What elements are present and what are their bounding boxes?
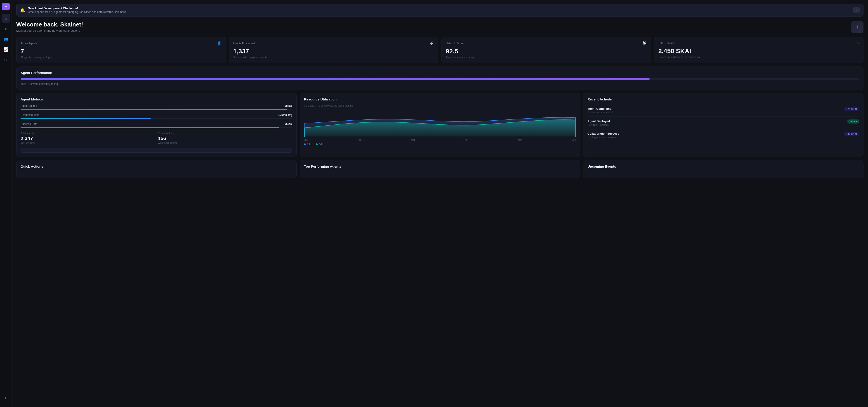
stat-label-network-score: Network Score — [446, 42, 464, 45]
metric-success-bar — [21, 127, 279, 128]
activity-badge-collab: +40 SKAI — [844, 132, 859, 136]
metric-uptime: Agent Uptime 98.5% — [21, 104, 292, 110]
total-intents-block: Total Intents 2,347 Last 30 days — [21, 132, 155, 144]
metric-uptime-label: Agent Uptime — [21, 104, 37, 108]
logo-icon: ✦ — [4, 4, 7, 9]
stat-value-earnings: 2,450 SKAI — [658, 48, 860, 55]
activity-title-collab: Collaboration Success — [587, 132, 619, 135]
chart-label-feb: Feb — [358, 139, 361, 141]
activity-title-intent: Intent Completed — [587, 107, 613, 110]
metric-success: Success Rate 95.2% — [21, 122, 292, 128]
agent-performance-title: Agent Performance — [21, 71, 859, 75]
top-agents-title: Top Performing Agents — [304, 165, 576, 168]
settings-icon: ⚙ — [4, 57, 8, 62]
sidebar: ✦ ⌂ ◈ 👥 📈 ⚙ ✦ — [0, 0, 12, 407]
metric-response-label: Response Time — [21, 113, 39, 117]
legend-label-gpu: GPU — [319, 143, 324, 146]
metric-success-label: Success Rate — [21, 122, 37, 125]
resource-area-chart — [304, 110, 576, 137]
home-icon: ⌂ — [4, 16, 7, 21]
stat-label-earnings: Total Earnings — [658, 41, 676, 45]
activity-text-collab: Collaboration Success Multi-agent task c… — [587, 132, 619, 139]
total-collaborations-block: Collaborations 156 With other agents — [158, 132, 292, 144]
activity-badge-intent: +25 SKAI — [844, 107, 859, 111]
header-logo-icon: ✦ — [855, 24, 860, 30]
metric-response: Response Time 125ms avg — [21, 113, 292, 119]
agent-performance-card: Agent Performance 75% - Network efficien… — [16, 66, 864, 90]
stat-label-active-agents: Active Agents — [21, 42, 37, 45]
stat-card-earnings: Total Earnings ⏱ 2,450 SKAI Tokens earne… — [654, 37, 864, 63]
legend-gpu: GPU — [316, 143, 324, 146]
chart-label-apr: Apr — [465, 139, 468, 141]
total-collab-sub: With other agents — [158, 141, 292, 144]
middle-three-col: Agent Metrics Agent Uptime 98.5% Respons… — [16, 93, 864, 157]
activity-item-collab: Collaboration Success Multi-agent task c… — [587, 129, 859, 141]
page-subtitle: Monitor your AI agents and network contr… — [16, 29, 83, 32]
sidebar-item-trends[interactable]: 📈 — [2, 45, 10, 54]
header-text: Welcome back, SkaInet! Monitor your AI a… — [16, 21, 83, 32]
stat-value-network-score: 92.5 — [446, 48, 647, 55]
page-title: Welcome back, SkaInet! — [16, 21, 83, 28]
upcoming-events-card: Upcoming Events — [583, 160, 864, 178]
sidebar-item-network[interactable]: ◈ — [2, 24, 10, 33]
sidebar-logo[interactable]: ✦ — [2, 3, 10, 10]
stat-card-intents: Intents Processed ⚡ 1,337 Successfully c… — [229, 37, 438, 63]
upcoming-events-title: Upcoming Events — [587, 165, 859, 168]
resource-utilization-subtitle: GPU and CPU usage over the last 6 months — [304, 104, 576, 107]
main-content: 🔔 New Agent Development Challenge! Creat… — [12, 0, 868, 407]
total-intents-label: Total Intents — [21, 132, 155, 135]
activity-desc-intent: Data Analysis Agent #3 — [587, 111, 613, 114]
stat-card-active-agents: Active Agents 👤 7 AI agents currently de… — [16, 37, 226, 63]
view-analytics-button[interactable] — [21, 148, 292, 153]
activity-badge-deployed: Active — [847, 119, 859, 123]
stat-icon-active-agents: 👤 — [217, 41, 221, 46]
notification-bell-icon: 🔔 — [20, 8, 25, 13]
totals-row: Total Intents 2,347 Last 30 days Collabo… — [21, 132, 292, 144]
metric-uptime-value: 98.5% — [285, 104, 292, 108]
quick-actions-title: Quick Actions — [21, 165, 292, 168]
activity-text-intent: Intent Completed Data Analysis Agent #3 — [587, 107, 613, 114]
bottom-row: Quick Actions Top Performing Agents Upco… — [16, 160, 864, 178]
stat-desc-intents: Successfully completed intents — [233, 56, 434, 59]
total-collab-label: Collaborations — [158, 132, 292, 135]
metric-uptime-bar — [21, 109, 287, 110]
stat-value-active-agents: 7 — [21, 48, 221, 55]
sidebar-item-home[interactable]: ⌂ — [2, 14, 10, 23]
notification-banner: 🔔 New Agent Development Challenge! Creat… — [16, 4, 864, 17]
sidebar-item-bot[interactable]: ✦ — [2, 394, 10, 403]
trends-icon: 📈 — [3, 47, 8, 52]
recent-activity-title: Recent Activity — [587, 97, 859, 101]
stat-icon-network-score: 📡 — [642, 41, 647, 46]
recent-activity-card: Recent Activity Intent Completed Data An… — [583, 93, 864, 157]
stat-desc-active-agents: AI agents currently deployed — [21, 56, 221, 59]
sidebar-item-settings[interactable]: ⚙ — [2, 56, 10, 64]
page-header: Welcome back, SkaInet! Monitor your AI a… — [12, 17, 868, 37]
total-collab-value: 156 — [158, 136, 292, 141]
agent-performance-progress-fill — [21, 78, 650, 80]
stat-desc-network-score: Agent performance rating — [446, 56, 647, 59]
legend-label-cpu: CPU — [307, 143, 312, 146]
top-agents-card: Top Performing Agents — [300, 160, 580, 178]
chart-label-jan: Jan — [304, 139, 308, 141]
metric-response-bar — [21, 118, 151, 119]
sidebar-item-users[interactable]: 👥 — [2, 35, 10, 43]
chart-label-jun: Jun — [572, 139, 576, 141]
metric-success-value: 95.2% — [285, 122, 292, 125]
activity-desc-collab: Multi-agent task completed — [587, 136, 619, 139]
resource-utilization-card: Resource Utilization GPU and CPU usage o… — [300, 93, 580, 157]
total-intents-value: 2,347 — [21, 136, 155, 141]
legend-dot-gpu — [316, 143, 318, 145]
legend-cpu: CPU — [304, 143, 312, 146]
notification-desc: Create specialized AI agents for emergin… — [28, 10, 850, 13]
activity-item-deployed: Agent Deployed New NLP Specialist Active — [587, 117, 859, 129]
users-icon: 👥 — [3, 37, 8, 41]
notification-close-button[interactable]: × — [853, 7, 860, 13]
agent-performance-label: 75% - Network efficiency rating — [21, 82, 859, 86]
resource-utilization-title: Resource Utilization — [304, 97, 576, 101]
bot-icon: ✦ — [4, 396, 7, 401]
metric-response-value: 125ms avg — [278, 113, 292, 117]
activity-item-intent: Intent Completed Data Analysis Agent #3 … — [587, 104, 859, 117]
stat-desc-earnings: Tokens earned from intent processing — [658, 56, 860, 58]
activity-title-deployed: Agent Deployed — [587, 119, 610, 123]
stats-grid: Active Agents 👤 7 AI agents currently de… — [12, 37, 868, 66]
